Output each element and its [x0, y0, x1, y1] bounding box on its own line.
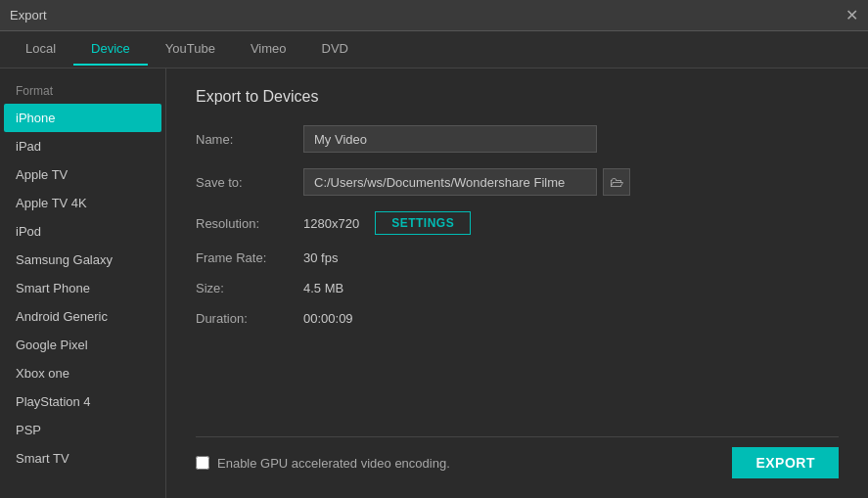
- gpu-label: Enable GPU accelerated video encoding.: [217, 456, 450, 471]
- name-input[interactable]: [303, 125, 597, 153]
- sidebar-item-ipod[interactable]: iPod: [0, 217, 165, 246]
- content-title: Export to Devices: [196, 88, 839, 106]
- sidebar-item-appletv4k[interactable]: Apple TV 4K: [0, 189, 165, 217]
- size-label: Size:: [196, 281, 303, 295]
- main-layout: Format iPhone iPad Apple TV Apple TV 4K …: [0, 68, 868, 498]
- sidebar: Format iPhone iPad Apple TV Apple TV 4K …: [0, 68, 166, 498]
- window-title: Export: [10, 8, 47, 23]
- tab-youtube[interactable]: YouTube: [148, 33, 233, 66]
- sidebar-item-android[interactable]: Android Generic: [0, 302, 165, 331]
- sidebar-item-smarttv[interactable]: Smart TV: [0, 444, 165, 473]
- frame-rate-row: Frame Rate: 30 fps: [196, 250, 839, 265]
- sidebar-item-samsung[interactable]: Samsung Galaxy: [0, 246, 165, 274]
- duration-row: Duration: 00:00:09: [196, 311, 839, 326]
- bottom-bar: Enable GPU accelerated video encoding. E…: [196, 436, 839, 478]
- content-area: Export to Devices Name: Save to: 🗁 Resol…: [166, 68, 868, 498]
- sidebar-item-xboxone[interactable]: Xbox one: [0, 359, 165, 387]
- name-label: Name:: [196, 132, 303, 147]
- tab-dvd[interactable]: DVD: [304, 33, 366, 66]
- folder-icon: 🗁: [610, 174, 623, 190]
- tab-vimeo[interactable]: Vimeo: [233, 33, 304, 66]
- duration-label: Duration:: [196, 311, 303, 326]
- save-to-input[interactable]: [303, 168, 597, 196]
- tab-local[interactable]: Local: [8, 33, 73, 66]
- sidebar-item-psp[interactable]: PSP: [0, 416, 165, 444]
- sidebar-item-ps4[interactable]: PlayStation 4: [0, 387, 165, 416]
- resolution-row: Resolution: 1280x720 SETTINGS: [196, 211, 839, 235]
- resolution-value: 1280x720: [303, 216, 359, 231]
- folder-browse-button[interactable]: 🗁: [603, 168, 630, 196]
- export-button[interactable]: EXPORT: [732, 447, 839, 478]
- resolution-value-row: 1280x720 SETTINGS: [303, 211, 471, 235]
- sidebar-item-appletv[interactable]: Apple TV: [0, 160, 165, 189]
- size-value: 4.5 MB: [303, 281, 343, 295]
- save-to-row: Save to: 🗁: [196, 168, 839, 196]
- close-button[interactable]: ✕: [845, 8, 858, 23]
- size-row: Size: 4.5 MB: [196, 281, 839, 295]
- duration-value: 00:00:09: [303, 311, 353, 326]
- settings-button[interactable]: SETTINGS: [375, 211, 471, 235]
- sidebar-item-ipad[interactable]: iPad: [0, 132, 165, 160]
- title-bar: Export ✕: [0, 0, 868, 31]
- sidebar-item-smartphone[interactable]: Smart Phone: [0, 274, 165, 302]
- gpu-checkbox[interactable]: [196, 456, 209, 470]
- sidebar-section-label: Format: [0, 78, 165, 104]
- name-row: Name:: [196, 125, 839, 153]
- save-to-label: Save to:: [196, 175, 303, 190]
- sidebar-item-googlepixel[interactable]: Google Pixel: [0, 331, 165, 359]
- frame-rate-value: 30 fps: [303, 250, 338, 265]
- frame-rate-label: Frame Rate:: [196, 250, 303, 265]
- save-to-wrap: 🗁: [303, 168, 630, 196]
- tab-device[interactable]: Device: [73, 33, 148, 66]
- sidebar-item-iphone[interactable]: iPhone: [4, 104, 161, 132]
- tab-bar: Local Device YouTube Vimeo DVD: [0, 31, 868, 68]
- gpu-row: Enable GPU accelerated video encoding.: [196, 456, 450, 471]
- resolution-label: Resolution:: [196, 216, 303, 231]
